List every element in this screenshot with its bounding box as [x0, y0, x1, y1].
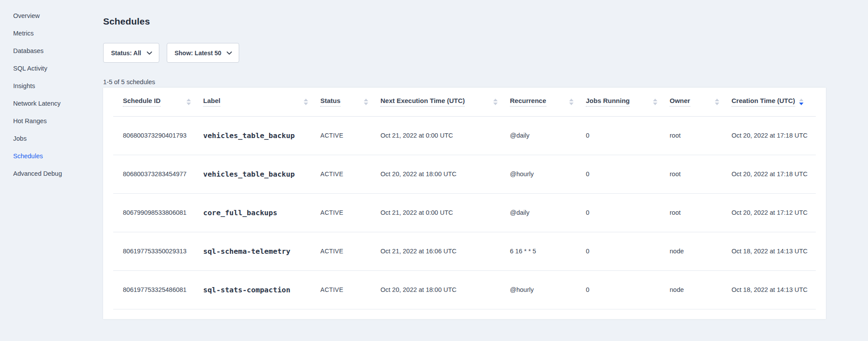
- sort-icon: [715, 99, 719, 105]
- owner-cell: node: [670, 270, 732, 309]
- sidebar-item-hot-ranges[interactable]: Hot Ranges: [0, 112, 103, 130]
- table-header-row: Schedule ID Label Status Next Execu: [113, 88, 816, 116]
- recurrence-cell: @hourly: [510, 155, 586, 193]
- column-label: Owner: [670, 97, 690, 107]
- column-header-label[interactable]: Label: [203, 88, 320, 116]
- schedule-id-cell: 806799098533806081: [113, 193, 203, 232]
- column-header-owner[interactable]: Owner: [670, 88, 732, 116]
- results-count: 1-5 of 5 schedules: [103, 78, 868, 86]
- sidebar: Overview Metrics Databases SQL Activity …: [0, 0, 103, 341]
- table-row: 806197753350029313 sql-schema-telemetry …: [113, 232, 816, 270]
- status-cell: ACTIVE: [320, 270, 380, 309]
- recurrence-cell: @daily: [510, 116, 586, 155]
- sidebar-item-schedules[interactable]: Schedules: [0, 147, 103, 165]
- column-label: Label: [203, 97, 220, 107]
- schedule-id-cell: 806800373290401793: [113, 116, 203, 155]
- next-execution-cell: Oct 21, 2022 at 16:06 UTC: [380, 232, 510, 270]
- sidebar-item-databases[interactable]: Databases: [0, 42, 103, 60]
- sidebar-item-jobs[interactable]: Jobs: [0, 130, 103, 147]
- column-header-creation-time[interactable]: Creation Time (UTC): [732, 88, 816, 116]
- next-execution-cell: Oct 21, 2022 at 0:00 UTC: [380, 193, 510, 232]
- label-cell: sql-stats-compaction: [203, 270, 320, 309]
- main-content: Schedules Status: All Show: Latest 50 1-…: [103, 0, 868, 341]
- sort-icon: [364, 99, 368, 105]
- sidebar-item-network-latency[interactable]: Network Latency: [0, 95, 103, 112]
- table-row: 806799098533806081 core_full_backups ACT…: [113, 193, 816, 232]
- recurrence-cell: 6 16 * * 5: [510, 232, 586, 270]
- status-filter-label: Status: All: [111, 50, 141, 57]
- table-row: 806197753325486081 sql-stats-compaction …: [113, 270, 816, 309]
- sort-icon: [304, 99, 308, 105]
- filter-bar: Status: All Show: Latest 50: [103, 43, 868, 63]
- status-cell: ACTIVE: [320, 116, 380, 155]
- jobs-running-cell: 0: [586, 193, 670, 232]
- status-filter-dropdown[interactable]: Status: All: [103, 43, 159, 63]
- status-cell: ACTIVE: [320, 155, 380, 193]
- creation-time-cell: Oct 20, 2022 at 17:12 UTC: [732, 193, 816, 232]
- column-header-jobs-running[interactable]: Jobs Running: [586, 88, 670, 116]
- column-label: Next Execution Time (UTC): [380, 97, 465, 107]
- label-cell: vehicles_table_backup: [203, 155, 320, 193]
- sort-icon: [187, 99, 191, 105]
- creation-time-cell: Oct 18, 2022 at 14:13 UTC: [732, 270, 816, 309]
- status-cell: ACTIVE: [320, 232, 380, 270]
- next-execution-cell: Oct 21, 2022 at 0:00 UTC: [380, 116, 510, 155]
- creation-time-cell: Oct 20, 2022 at 17:18 UTC: [732, 116, 816, 155]
- jobs-running-cell: 0: [586, 270, 670, 309]
- schedules-table-card: Schedule ID Label Status Next Execu: [103, 88, 826, 319]
- table-row: 806800373283454977 vehicles_table_backup…: [113, 155, 816, 193]
- sort-desc-icon: [799, 99, 803, 105]
- owner-cell: root: [670, 155, 732, 193]
- owner-cell: root: [670, 116, 732, 155]
- page-title: Schedules: [103, 15, 868, 27]
- column-label: Schedule ID: [123, 97, 161, 107]
- sort-icon: [493, 99, 498, 105]
- column-header-status[interactable]: Status: [320, 88, 380, 116]
- table-row: 806800373290401793 vehicles_table_backup…: [113, 116, 816, 155]
- chevron-down-icon: [226, 51, 232, 55]
- sidebar-item-advanced-debug[interactable]: Advanced Debug: [0, 165, 103, 182]
- show-filter-dropdown[interactable]: Show: Latest 50: [167, 43, 240, 63]
- creation-time-cell: Oct 20, 2022 at 17:18 UTC: [732, 155, 816, 193]
- column-label: Jobs Running: [586, 97, 630, 107]
- schedule-id-cell: 806197753350029313: [113, 232, 203, 270]
- show-filter-label: Show: Latest 50: [175, 50, 222, 57]
- column-label: Creation Time (UTC): [732, 97, 795, 107]
- recurrence-cell: @hourly: [510, 270, 586, 309]
- app-layout: Overview Metrics Databases SQL Activity …: [0, 0, 868, 341]
- next-execution-cell: Oct 20, 2022 at 18:00 UTC: [380, 270, 510, 309]
- schedule-id-cell: 806800373283454977: [113, 155, 203, 193]
- label-cell: vehicles_table_backup: [203, 116, 320, 155]
- column-label: Status: [320, 97, 341, 107]
- sidebar-item-metrics[interactable]: Metrics: [0, 25, 103, 42]
- column-header-next-execution-time[interactable]: Next Execution Time (UTC): [380, 88, 510, 116]
- owner-cell: node: [670, 232, 732, 270]
- status-cell: ACTIVE: [320, 193, 380, 232]
- sidebar-item-insights[interactable]: Insights: [0, 77, 103, 95]
- column-header-recurrence[interactable]: Recurrence: [510, 88, 586, 116]
- jobs-running-cell: 0: [586, 116, 670, 155]
- recurrence-cell: @daily: [510, 193, 586, 232]
- next-execution-cell: Oct 20, 2022 at 18:00 UTC: [380, 155, 510, 193]
- creation-time-cell: Oct 18, 2022 at 14:13 UTC: [732, 232, 816, 270]
- owner-cell: root: [670, 193, 732, 232]
- schedule-id-cell: 806197753325486081: [113, 270, 203, 309]
- label-cell: core_full_backups: [203, 193, 320, 232]
- chevron-down-icon: [147, 51, 152, 55]
- column-label: Recurrence: [510, 97, 546, 107]
- jobs-running-cell: 0: [586, 232, 670, 270]
- sort-icon: [569, 99, 574, 105]
- sort-icon: [653, 99, 657, 105]
- column-header-schedule-id[interactable]: Schedule ID: [113, 88, 203, 116]
- label-cell: sql-schema-telemetry: [203, 232, 320, 270]
- jobs-running-cell: 0: [586, 155, 670, 193]
- sidebar-item-sql-activity[interactable]: SQL Activity: [0, 60, 103, 77]
- schedules-table: Schedule ID Label Status Next Execu: [113, 88, 816, 309]
- sidebar-item-overview[interactable]: Overview: [0, 7, 103, 25]
